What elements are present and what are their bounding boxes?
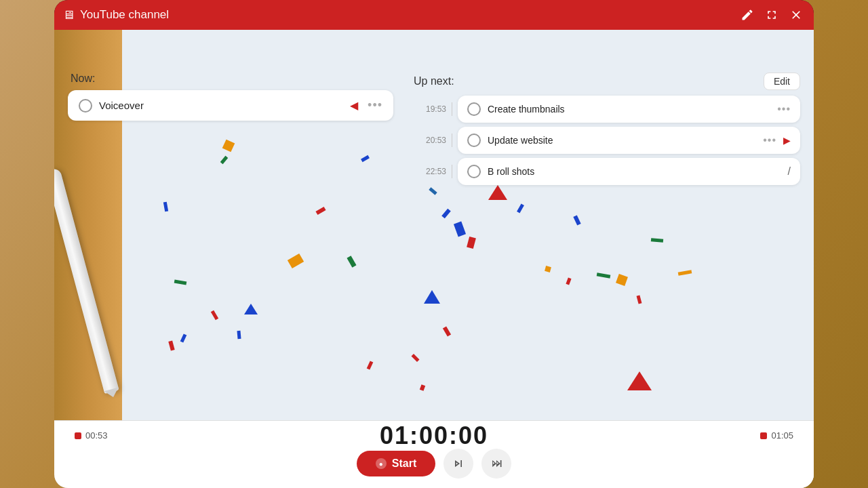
- task-play-icon: ◀: [350, 99, 358, 112]
- upnext-task-text-2: Update website: [488, 135, 756, 146]
- upnext-time-3: 22:53: [414, 167, 446, 176]
- time-right-value: 01:05: [771, 430, 793, 441]
- monitor-icon: 🖥: [62, 8, 75, 22]
- edit-window-button[interactable]: [738, 5, 757, 24]
- upnext-row-1: 19:53 Create thumbnails •••: [414, 96, 800, 123]
- upnext-time-2: 20:53: [414, 136, 446, 145]
- upnext-header: Up next: Edit: [414, 73, 800, 90]
- task-checkbox[interactable]: [79, 99, 92, 113]
- close-window-button[interactable]: [787, 5, 806, 24]
- time-row: 00:53 01:00:00 01:05: [54, 430, 814, 441]
- window-title: YouTube channel: [80, 8, 738, 22]
- upnext-card-3[interactable]: B roll shots /: [458, 158, 800, 185]
- time-left: 00:53: [75, 430, 108, 441]
- time-dot-right: [760, 432, 767, 439]
- collapse-window-button[interactable]: [762, 5, 781, 24]
- upnext-time-1: 19:53: [414, 104, 446, 114]
- upnext-line-2: [452, 134, 452, 147]
- upnext-section: Up next: Edit 19:53 Create thumbnails ••…: [393, 67, 800, 195]
- upnext-label: Up next:: [414, 75, 454, 87]
- upnext-checkbox-2[interactable]: [467, 134, 481, 147]
- now-section: Now: Voiceover ◀ •••: [68, 67, 393, 195]
- start-label: Start: [392, 458, 416, 470]
- main-content: Now: Voiceover ◀ ••• Up next: Edit 19:53: [54, 30, 814, 488]
- upnext-task-text-3: B roll shots: [488, 166, 781, 177]
- upnext-line-1: [452, 102, 452, 116]
- window-controls: [738, 5, 806, 24]
- upnext-line-3: [452, 165, 452, 178]
- upnext-card-1[interactable]: Create thumbnails •••: [458, 96, 800, 123]
- skip-once-button[interactable]: [443, 449, 473, 479]
- bottom-bar: 00:53 01:00:00 01:05 ● Start: [54, 420, 814, 488]
- current-task-text: Voiceover: [99, 100, 343, 111]
- upnext-arrow-2: ▶: [783, 135, 791, 146]
- upnext-more-2[interactable]: •••: [763, 134, 776, 146]
- upnext-card-2[interactable]: Update website ••• ▶: [458, 127, 800, 154]
- edit-button[interactable]: Edit: [764, 73, 800, 90]
- upnext-row-3: 22:53 B roll shots /: [414, 158, 800, 185]
- current-task-more-button[interactable]: •••: [368, 98, 382, 113]
- skip-double-button[interactable]: [481, 449, 511, 479]
- title-bar: 🖥 YouTube channel: [54, 0, 814, 30]
- upnext-checkbox-3[interactable]: [467, 165, 481, 178]
- upnext-more-1[interactable]: •••: [777, 103, 791, 115]
- current-task-card[interactable]: Voiceover ◀ •••: [68, 90, 393, 121]
- cards-area: Now: Voiceover ◀ ••• Up next: Edit 19:53: [54, 30, 814, 195]
- main-timer: 01:00:00: [380, 422, 488, 450]
- tablet-frame: 🖥 YouTube channel Now:: [54, 0, 814, 488]
- start-icon: ●: [376, 458, 387, 469]
- time-right: 01:05: [760, 430, 793, 441]
- upnext-task-text-1: Create thumbnails: [488, 104, 770, 115]
- time-left-value: 00:53: [85, 430, 108, 441]
- start-button[interactable]: ● Start: [357, 451, 435, 476]
- now-label: Now:: [68, 73, 393, 85]
- upnext-edit-icon-3: /: [788, 165, 791, 178]
- control-buttons: ● Start: [357, 449, 511, 479]
- upnext-checkbox-1[interactable]: [467, 102, 481, 116]
- time-dot-left: [75, 432, 81, 439]
- upnext-row-2: 20:53 Update website ••• ▶: [414, 127, 800, 154]
